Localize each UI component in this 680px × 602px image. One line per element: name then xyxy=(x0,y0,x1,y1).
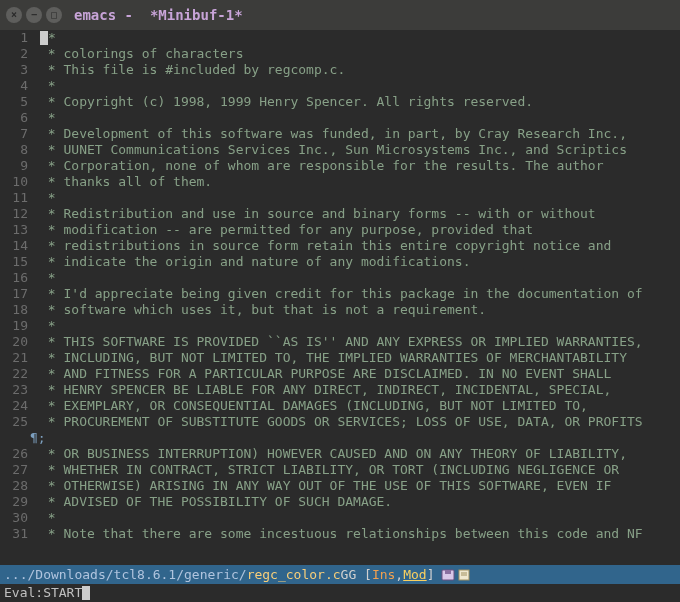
code-line[interactable]: 21 * INCLUDING, BUT NOT LIMITED TO, THE … xyxy=(0,350,680,366)
code-text: * Copyright (c) 1998, 1999 Henry Spencer… xyxy=(40,94,533,110)
editor-buffer[interactable]: 1*2 * colorings of characters3 * This fi… xyxy=(0,30,680,565)
code-line[interactable]: 22 * AND FITNESS FOR A PARTICULAR PURPOS… xyxy=(0,366,680,382)
code-text: * Development of this software was funde… xyxy=(40,126,627,142)
window-controls: × − □ xyxy=(6,7,62,23)
code-line[interactable]: 27 * WHETHER IN CONTRACT, STRICT LIABILI… xyxy=(0,462,680,478)
line-number: 24 xyxy=(0,398,40,414)
code-text: * xyxy=(40,510,56,526)
code-text: * thanks all of them. xyxy=(40,174,212,190)
line-number: 7 xyxy=(0,126,40,142)
line-number: 16 xyxy=(0,270,40,286)
code-text: * INCLUDING, BUT NOT LIMITED TO, THE IMP… xyxy=(40,350,627,366)
mode-line-after-file: GG [ xyxy=(341,567,372,583)
code-line[interactable]: 12 * Redistribution and use in source an… xyxy=(0,206,680,222)
code-text: * modification -- are permitted for any … xyxy=(40,222,533,238)
code-line[interactable]: 31 * Note that there are some incestuous… xyxy=(0,526,680,542)
code-text: * colorings of characters xyxy=(40,46,244,62)
line-number: 17 xyxy=(0,286,40,302)
code-line[interactable]: 14 * redistributions in source form reta… xyxy=(0,238,680,254)
code-text: * OTHERWISE) ARISING IN ANY WAY OUT OF T… xyxy=(40,478,611,494)
continuation-marker-line: ¶; xyxy=(0,430,680,446)
code-line[interactable]: 19 * xyxy=(0,318,680,334)
mode-line-comma: , xyxy=(395,567,403,583)
code-line[interactable]: 10 * thanks all of them. xyxy=(0,174,680,190)
code-line[interactable]: 9 * Corporation, none of whom are respon… xyxy=(0,158,680,174)
line-number: 12 xyxy=(0,206,40,222)
code-text: * xyxy=(40,110,56,126)
code-text: * xyxy=(40,30,56,46)
code-text: * xyxy=(40,190,56,206)
line-number: 21 xyxy=(0,350,40,366)
minibuffer[interactable]: Eval: START xyxy=(0,584,680,602)
line-number: 29 xyxy=(0,494,40,510)
mode-line-path: .../Downloads/tcl8.6.1/generic/ xyxy=(4,567,247,583)
code-text: * xyxy=(40,318,56,334)
code-text: * I'd appreciate being given credit for … xyxy=(40,286,643,302)
code-line[interactable]: 16 * xyxy=(0,270,680,286)
code-line[interactable]: 30 * xyxy=(0,510,680,526)
code-line[interactable]: 28 * OTHERWISE) ARISING IN ANY WAY OUT O… xyxy=(0,478,680,494)
code-text: * Note that there are some incestuous re… xyxy=(40,526,643,542)
line-number: 19 xyxy=(0,318,40,334)
line-number: 2 xyxy=(0,46,40,62)
code-line[interactable]: 7 * Development of this software was fun… xyxy=(0,126,680,142)
mode-line-filename: regc_color.c xyxy=(247,567,341,583)
close-window-icon[interactable]: × xyxy=(6,7,22,23)
mode-line-mod: Mod xyxy=(403,567,426,583)
code-text: * ADVISED OF THE POSSIBILITY OF SUCH DAM… xyxy=(40,494,392,510)
code-line[interactable]: 2 * colorings of characters xyxy=(0,46,680,62)
title-bar: × − □ emacs - *Minibuf-1* xyxy=(0,0,680,30)
code-line[interactable]: 18 * software which uses it, but that is… xyxy=(0,302,680,318)
mode-line-disk-icon xyxy=(441,569,455,581)
line-number: 30 xyxy=(0,510,40,526)
line-number: 22 xyxy=(0,366,40,382)
buffer-name: *Minibuf-1* xyxy=(150,7,243,23)
code-line[interactable]: 6 * xyxy=(0,110,680,126)
code-line[interactable]: 4 * xyxy=(0,78,680,94)
code-line[interactable]: 23 * HENRY SPENCER BE LIABLE FOR ANY DIR… xyxy=(0,382,680,398)
code-text: * Corporation, none of whom are responsi… xyxy=(40,158,604,174)
line-number: 9 xyxy=(0,158,40,174)
minibuffer-input[interactable]: START xyxy=(43,585,82,601)
mode-line-ins: Ins xyxy=(372,567,395,583)
code-line[interactable]: 24 * EXEMPLARY, OR CONSEQUENTIAL DAMAGES… xyxy=(0,398,680,414)
code-line[interactable]: 15 * indicate the origin and nature of a… xyxy=(0,254,680,270)
line-number: 28 xyxy=(0,478,40,494)
line-number: 3 xyxy=(0,62,40,78)
line-number: 18 xyxy=(0,302,40,318)
code-text: * UUNET Communications Services Inc., Su… xyxy=(40,142,627,158)
code-text: * HENRY SPENCER BE LIABLE FOR ANY DIRECT… xyxy=(40,382,611,398)
line-number: 23 xyxy=(0,382,40,398)
line-number: 1 xyxy=(0,30,40,46)
code-line[interactable]: 20 * THIS SOFTWARE IS PROVIDED ``AS IS''… xyxy=(0,334,680,350)
line-number: 25 xyxy=(0,414,40,430)
app-name: emacs xyxy=(74,7,116,23)
code-line[interactable]: 17 * I'd appreciate being given credit f… xyxy=(0,286,680,302)
minibuffer-prompt: Eval: xyxy=(4,585,43,601)
line-number: 15 xyxy=(0,254,40,270)
line-number: 13 xyxy=(0,222,40,238)
code-line[interactable]: 8 * UUNET Communications Services Inc., … xyxy=(0,142,680,158)
code-line[interactable]: 3 * This file is #included by regcomp.c. xyxy=(0,62,680,78)
code-text: * AND FITNESS FOR A PARTICULAR PURPOSE A… xyxy=(40,366,611,382)
code-line[interactable]: 1* xyxy=(0,30,680,46)
code-text: * xyxy=(40,270,56,286)
code-text: * THIS SOFTWARE IS PROVIDED ``AS IS'' AN… xyxy=(40,334,643,350)
code-line[interactable]: 29 * ADVISED OF THE POSSIBILITY OF SUCH … xyxy=(0,494,680,510)
mode-line-doc-icon xyxy=(457,569,471,581)
code-line[interactable]: 11 * xyxy=(0,190,680,206)
line-number: 11 xyxy=(0,190,40,206)
code-text: * software which uses it, but that is no… xyxy=(40,302,486,318)
code-text: * redistributions in source form retain … xyxy=(40,238,611,254)
title-separator: - xyxy=(116,7,150,23)
code-line[interactable]: 26 * OR BUSINESS INTERRUPTION) HOWEVER C… xyxy=(0,446,680,462)
mode-line: .../Downloads/tcl8.6.1/generic/ regc_col… xyxy=(0,565,680,584)
maximize-window-icon[interactable]: □ xyxy=(46,7,62,23)
code-text: * Redistribution and use in source and b… xyxy=(40,206,596,222)
minibuffer-cursor xyxy=(82,586,90,600)
code-line[interactable]: 5 * Copyright (c) 1998, 1999 Henry Spenc… xyxy=(0,94,680,110)
minimize-window-icon[interactable]: − xyxy=(26,7,42,23)
code-text: * OR BUSINESS INTERRUPTION) HOWEVER CAUS… xyxy=(40,446,627,462)
code-line[interactable]: 25 * PROCUREMENT OF SUBSTITUTE GOODS OR … xyxy=(0,414,680,430)
code-line[interactable]: 13 * modification -- are permitted for a… xyxy=(0,222,680,238)
